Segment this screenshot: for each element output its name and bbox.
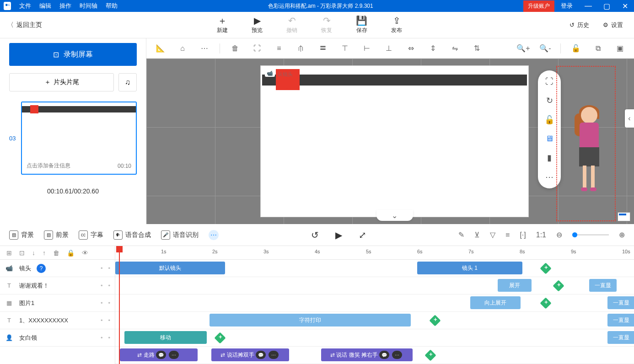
edit-icon[interactable]: ✎ [458,230,464,239]
clip[interactable]: 默认镜头 [115,262,225,274]
lock-open-icon[interactable]: 🔓 [544,115,554,125]
rewind-button[interactable]: ↺ [311,230,319,241]
tab-foreground[interactable]: ▧前景 [44,230,69,240]
zoom-out-icon[interactable]: 🔍- [538,44,552,53]
tl-addtrack-icon[interactable]: ⊡ [19,249,25,257]
menu-timeline[interactable]: 时间轴 [80,2,97,10]
crop-icon[interactable]: ⛶ [250,44,264,53]
align-center-h-icon[interactable]: 〓 [316,43,330,53]
menu-action[interactable]: 操作 [59,2,71,10]
track-label[interactable]: T1、XXXXXXXXXX•• [0,312,115,329]
tl-add-icon[interactable]: ⊞ [6,249,12,257]
tab-asr[interactable]: 🎤语音识别 [161,230,199,240]
track-dot[interactable]: • [108,317,110,324]
clip[interactable]: 镜头 1 [417,262,522,274]
filter-icon[interactable]: ▽ [490,230,495,239]
magnet-icon[interactable]: ⊻ [474,230,480,239]
clip[interactable]: ⇄ 说话摊双手💬⋯ [211,348,289,361]
track-row[interactable]: 移动一直显 [115,329,634,347]
character-avatar[interactable] [571,107,607,194]
zoom-in-tl-icon[interactable]: ⊕ [619,230,625,239]
music-button[interactable]: ♫ [118,73,137,91]
add-clip-button[interactable] [424,349,436,361]
add-clip-button[interactable] [214,332,226,343]
right-panel-handle[interactable]: ‹ [625,109,634,128]
minimize-icon[interactable]: — [579,2,597,10]
ratio-icon[interactable]: 1:1 [536,231,546,239]
track-dot[interactable]: • [101,282,103,289]
more-tabs-button[interactable]: ⋯ [209,230,219,240]
clip[interactable]: 向上展开 [470,296,521,309]
tab-background[interactable]: ▨背景 [9,230,34,240]
menu-edit[interactable]: 编辑 [39,2,51,10]
sliders-icon[interactable]: ≡ [505,231,510,239]
add-clip-button[interactable] [429,315,441,326]
track-row[interactable]: ⇄ 走路💬⋯⇄ 说话摊双手💬⋯⇄ 说话 微笑 摊右手💬⋯ [115,347,634,364]
desktop-view-icon[interactable]: 🖥 [545,134,553,144]
login-button[interactable]: 登录 [554,2,579,10]
track-row[interactable]: 展开一直显 [115,277,634,294]
camera-marker[interactable]: 认镜头 [276,69,300,90]
collapse-canvas-button[interactable]: ⌄ [376,210,413,221]
track-label[interactable]: 📹镜头?•• [0,260,115,277]
scene-thumbnail[interactable]: 点击添加备注信息 00:10 [21,102,137,175]
track-dot[interactable]: • [108,334,110,341]
tl-eye-icon[interactable]: 👁 [82,249,88,257]
home-icon[interactable]: ⌂ [176,44,189,53]
chat-icon[interactable]: 💬 [156,351,166,359]
align-center-v-icon[interactable]: ⫛ [294,44,308,53]
rotate-icon[interactable]: ↻ [546,96,553,106]
more-icon[interactable]: ⋯ [392,351,402,359]
more-dots-icon[interactable]: ⋯ [545,172,553,182]
clip[interactable]: 展开 [498,279,532,292]
copy-icon[interactable]: ⧉ [591,44,605,53]
track-dot[interactable]: • [108,282,110,289]
align-top-icon[interactable]: ⊤ [338,44,352,53]
mobile-view-icon[interactable]: ▮ [547,153,552,163]
distribute-h-icon[interactable]: ⇔ [404,44,418,53]
align-bottom-icon[interactable]: ⊥ [382,44,396,53]
track-label[interactable]: ▦图片1•• [0,294,115,312]
zoom-in-icon[interactable]: 🔍+ [516,44,530,53]
tl-down-icon[interactable]: ↓ [32,249,35,257]
align-middle-icon[interactable]: ⊢ [360,44,374,53]
flip-v-icon[interactable]: ⇅ [470,44,484,53]
track-row[interactable]: 默认镜头镜头 1 [115,260,634,277]
zoom-slider[interactable] [572,234,609,236]
history-button[interactable]: ↺历史 [570,21,589,29]
tab-tts[interactable]: 🗣语音合成 [113,230,151,240]
clip[interactable]: ⇄ 说话 微笑 摊右手💬⋯ [321,348,413,361]
expand-button[interactable]: ⤢ [359,230,366,241]
track-label[interactable]: T谢谢观看！•• [0,277,115,294]
add-clip-button[interactable] [540,297,551,309]
playhead[interactable] [119,246,120,364]
tab-subtitle[interactable]: cc字幕 [79,230,103,240]
trash-icon[interactable]: 🗑 [228,44,242,53]
track-dot[interactable]: • [101,317,103,324]
upgrade-button[interactable]: 升级账户 [523,0,554,12]
scene-note-input[interactable]: 点击添加备注信息 [27,162,70,170]
tool-new-button[interactable]: ＋新建 [217,16,228,34]
ruler-icon[interactable]: 📐 [154,44,167,53]
play-button[interactable]: ▶ [335,230,342,241]
clip[interactable]: 一直显 [589,279,617,292]
track-dot[interactable]: • [101,334,103,341]
clip[interactable]: 一直显 [607,314,634,327]
bracket-left-icon[interactable]: [·] [520,231,526,239]
track-dot[interactable]: • [108,300,110,306]
tool-publish-button[interactable]: ⇪发布 [391,16,402,34]
minimap[interactable] [618,212,630,221]
clip[interactable]: 移动 [124,331,207,344]
add-clip-button[interactable] [553,280,564,291]
canvas-page[interactable]: 📹 认镜头 ⌄ [261,66,528,217]
menu-file[interactable]: 文件 [19,2,31,10]
track-row[interactable]: 向上展开一直显 [115,294,634,312]
flip-h-icon[interactable]: ⇋ [448,44,462,53]
track-dot[interactable]: • [108,265,110,272]
more-h-icon[interactable]: ⋯ [198,44,211,53]
align-left-icon[interactable]: ≡ [272,44,286,53]
track-label[interactable]: 👤女白领•• [0,329,115,347]
help-icon[interactable]: ? [37,264,46,273]
unlock-icon[interactable]: 🔓 [569,44,583,53]
menu-help[interactable]: 帮助 [106,2,118,10]
